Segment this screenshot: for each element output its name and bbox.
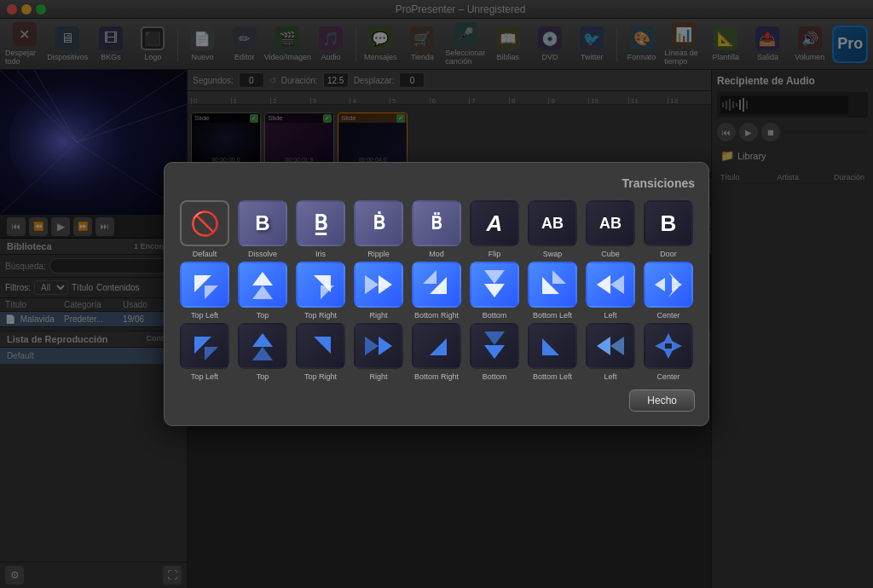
arrow-tr-icon (296, 262, 345, 308)
arrow-tr-dark-icon (296, 323, 345, 369)
svg-marker-53 (430, 338, 447, 355)
svg-marker-51 (379, 337, 392, 355)
flip-icon: A (470, 200, 519, 246)
svg-marker-62 (672, 341, 682, 351)
trans-swap[interactable]: AB Swap (526, 200, 579, 258)
modal-overlay[interactable]: Transiciones 🚫 Default B Dissolve B̲ (0, 0, 873, 588)
trans-cube[interactable]: AB Cube (584, 200, 637, 258)
trans-iris[interactable]: B̲ Iris (294, 200, 347, 258)
arrow-b-dark-icon (470, 323, 519, 369)
trans-r2-left[interactable]: Left (584, 262, 637, 320)
svg-marker-35 (423, 270, 436, 284)
arrow-tl-dark-icon (180, 323, 229, 369)
trans-r3-bottom[interactable]: Bottom (468, 323, 521, 381)
transition-row-2: Top Left Top Top Right (178, 262, 695, 320)
svg-marker-29 (252, 285, 273, 299)
arrow-l-icon (586, 262, 635, 308)
arrow-br-dark-icon (412, 323, 461, 369)
trans-r3-right[interactable]: Right (352, 323, 405, 381)
svg-marker-39 (552, 270, 566, 284)
trans-r3-center[interactable]: Center (642, 323, 695, 381)
trans-r2-topright[interactable]: Top Right (294, 262, 347, 320)
svg-marker-55 (484, 331, 505, 345)
arrow-br-icon (412, 262, 461, 308)
svg-marker-31 (321, 285, 334, 299)
svg-marker-44 (655, 278, 665, 291)
transition-row-1: 🚫 Default B Dissolve B̲ Iris (178, 200, 695, 258)
door-icon: B (644, 200, 693, 246)
trans-r3-top[interactable]: Top (236, 323, 289, 381)
trans-mod[interactable]: B̈ Mod (410, 200, 463, 258)
svg-marker-56 (542, 338, 559, 355)
trans-r3-bottomleft[interactable]: Bottom Left (526, 323, 579, 381)
trans-r2-topleft[interactable]: Top Left (178, 262, 231, 320)
arrow-r-icon (354, 262, 403, 308)
transitions-modal: Transiciones 🚫 Default B Dissolve B̲ (164, 162, 709, 426)
trans-default[interactable]: 🚫 Default (178, 200, 231, 258)
svg-marker-52 (365, 337, 379, 355)
arrow-bl-dark-icon (528, 323, 577, 369)
svg-marker-40 (597, 275, 610, 294)
arrow-center-icon (644, 262, 693, 308)
svg-marker-54 (484, 345, 505, 359)
trans-r2-bottomleft[interactable]: Bottom Left (526, 262, 579, 320)
swap-icon: AB (528, 200, 577, 246)
trans-ripple[interactable]: Ḃ Ripple (352, 200, 405, 258)
cube-icon: AB (586, 200, 635, 246)
trans-r2-bottomright[interactable]: Bottom Right (410, 262, 463, 320)
arrow-b-icon (470, 262, 519, 308)
arrow-center-dark-icon (644, 323, 693, 369)
svg-marker-50 (314, 337, 331, 354)
trans-r3-topright[interactable]: Top Right (294, 323, 347, 381)
svg-marker-57 (597, 337, 610, 355)
transition-row-3: Top Left Top Top Right (178, 323, 695, 381)
trans-r2-bottom[interactable]: Bottom (468, 262, 521, 320)
arrow-tl-icon (180, 262, 229, 308)
svg-marker-48 (252, 333, 273, 347)
svg-marker-32 (379, 275, 392, 294)
default-icon: 🚫 (180, 200, 229, 246)
svg-marker-27 (205, 285, 218, 299)
ripple-icon: Ḃ (354, 200, 403, 246)
mod-icon: B̈ (412, 200, 461, 246)
trans-r2-right[interactable]: Right (352, 262, 405, 320)
svg-marker-49 (252, 347, 273, 360)
done-button[interactable]: Hecho (629, 389, 695, 412)
trans-r3-left[interactable]: Left (584, 323, 637, 381)
svg-marker-33 (365, 275, 379, 294)
svg-marker-47 (205, 347, 218, 360)
svg-marker-28 (252, 272, 273, 285)
trans-r3-topleft[interactable]: Top Left (178, 323, 231, 381)
arrow-r-dark-icon (354, 323, 403, 369)
trans-door[interactable]: B Door (642, 200, 695, 258)
modal-footer: Hecho (178, 389, 695, 412)
modal-title: Transiciones (178, 176, 695, 190)
arrow-t-icon (238, 262, 287, 308)
arrow-t-dark-icon (238, 323, 287, 369)
dissolve-icon: B (238, 200, 287, 246)
trans-r2-top[interactable]: Top (236, 262, 289, 320)
svg-marker-61 (655, 341, 665, 351)
svg-marker-36 (484, 284, 505, 297)
iris-icon: B̲ (296, 200, 345, 246)
trans-r2-center[interactable]: Center (642, 262, 695, 320)
trans-flip[interactable]: A Flip (468, 200, 521, 258)
trans-dissolve[interactable]: B Dissolve (236, 200, 289, 258)
svg-marker-41 (610, 275, 624, 294)
trans-r3-bottomright[interactable]: Bottom Right (410, 323, 463, 381)
svg-marker-37 (484, 270, 505, 284)
svg-marker-58 (610, 337, 624, 355)
arrow-l-dark-icon (586, 323, 635, 369)
svg-marker-45 (672, 278, 682, 291)
arrow-bl-icon (528, 262, 577, 308)
